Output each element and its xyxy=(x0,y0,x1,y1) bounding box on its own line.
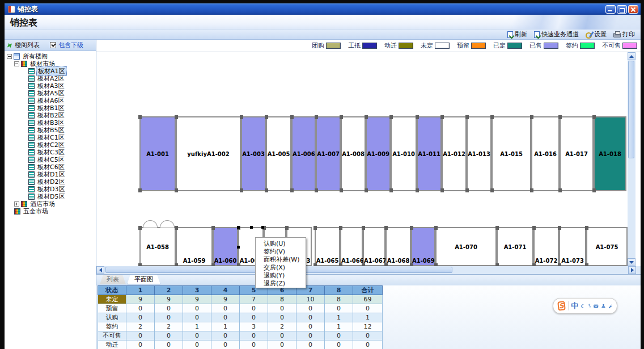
selection-handle[interactable] xyxy=(237,246,240,249)
scroll-down-button[interactable] xyxy=(628,258,635,266)
vertical-scroll-thumb[interactable] xyxy=(628,61,634,158)
ime-settings-wrench-icon[interactable] xyxy=(608,302,612,310)
legend-swatch xyxy=(362,43,377,49)
row-value-cell: 0 xyxy=(268,331,296,340)
title-bar: 销控表 xyxy=(5,3,641,15)
scroll-up-button[interactable] xyxy=(628,52,635,60)
room-label: A1-008 xyxy=(342,151,365,157)
context-menu-item[interactable]: 签约(V) xyxy=(256,247,306,255)
room-A1-015[interactable]: A1-015 xyxy=(492,116,531,191)
room-A1-075[interactable]: A1-075 xyxy=(586,227,628,266)
scroll-right-button[interactable] xyxy=(628,266,636,274)
horizontal-scrollbar[interactable] xyxy=(96,266,641,274)
room-A1-017[interactable]: A1-017 xyxy=(560,116,594,191)
row-value-cell: 10 xyxy=(296,295,325,304)
room-A1-013[interactable]: A1-013 xyxy=(467,116,492,191)
ime-language-toggle[interactable]: 中 xyxy=(571,301,578,311)
room-A1-065[interactable]: A1-065 xyxy=(315,227,340,266)
tree-item[interactable]: 酒店市场 xyxy=(5,200,96,208)
row-value-cell: 0 xyxy=(353,340,383,349)
ime-user-icon[interactable] xyxy=(601,302,605,309)
settings-button[interactable]: 设置 xyxy=(586,30,607,39)
room-A1-009[interactable]: A1-009 xyxy=(366,116,391,191)
room-A1-005[interactable]: A1-005 xyxy=(266,116,291,191)
room-A1-003[interactable]: A1-003 xyxy=(241,116,266,191)
room-A1-006[interactable]: A1-006 xyxy=(291,116,316,191)
room-A1-002[interactable]: yufkiyA1-002 xyxy=(176,116,241,191)
restore-button[interactable] xyxy=(617,5,627,14)
building-icon xyxy=(28,149,35,155)
room-A1-060[interactable]: A1-060 xyxy=(213,227,238,266)
row-value-cell: 0 xyxy=(268,340,296,349)
room-A1-066[interactable]: A1-066 xyxy=(340,227,363,266)
row-status-label[interactable]: 不可售 xyxy=(98,331,126,340)
tree-expander-plus[interactable] xyxy=(14,201,19,207)
row-value-cell: 0 xyxy=(240,331,268,340)
room-A1-018[interactable]: A1-018 xyxy=(594,116,626,191)
scroll-left-button[interactable] xyxy=(96,266,104,274)
selection-handle[interactable] xyxy=(237,226,240,229)
room-label: A1-075 xyxy=(587,243,626,250)
room-A1-067[interactable]: A1-067 xyxy=(363,227,385,266)
tree-expander-minus[interactable] xyxy=(7,54,12,59)
ime-fullhalf-moon-icon[interactable] xyxy=(581,302,585,310)
context-menu-item[interactable]: 认购(U) xyxy=(256,239,306,247)
minimize-button[interactable] xyxy=(605,5,616,14)
legend-label: 签约 xyxy=(566,41,578,50)
room-A1-010[interactable]: A1-010 xyxy=(391,116,417,191)
room-A1-071[interactable]: A1-071 xyxy=(497,227,533,266)
close-button[interactable] xyxy=(628,5,638,14)
room-A1-058[interactable]: A1-058 xyxy=(139,227,176,266)
room-A1-001[interactable]: A1-001 xyxy=(139,116,176,191)
table-row-动迁: 动迁000000000 xyxy=(98,340,383,349)
selection-handle[interactable] xyxy=(250,226,253,229)
context-menu-item[interactable]: 面积补差(W) xyxy=(256,255,306,263)
ime-logo-icon[interactable]: S xyxy=(557,301,565,310)
refresh-button[interactable]: 刷新 xyxy=(507,30,527,39)
room-label: A1-006 xyxy=(293,151,315,157)
row-status-label[interactable]: 预留 xyxy=(98,304,126,313)
tree-expander-minus[interactable] xyxy=(14,61,19,66)
context-menu-item[interactable]: 退购(Y) xyxy=(256,271,306,279)
room-label: A1-069 xyxy=(412,258,434,264)
refresh-tree-icon[interactable] xyxy=(7,43,12,48)
quick-channel-button[interactable]: 快速业务通道 xyxy=(534,30,579,39)
building-icon xyxy=(28,134,35,141)
room-A1-012[interactable]: A1-012 xyxy=(442,116,467,191)
include-sub-checkbox[interactable] xyxy=(50,42,56,48)
room-label: A1-009 xyxy=(367,151,389,157)
tab-inactive[interactable]: 列表 xyxy=(100,275,126,284)
row-value-cell: 0 xyxy=(155,340,183,349)
row-value-cell: 0 xyxy=(211,331,240,340)
print-button[interactable]: 打印 xyxy=(613,30,635,39)
row-status-label[interactable]: 认购 xyxy=(98,313,126,322)
context-menu-item[interactable]: 退房(Z) xyxy=(256,279,306,287)
tree-item[interactable]: 五金市场 xyxy=(5,208,96,215)
ime-punctuation-icon[interactable] xyxy=(588,302,591,309)
room-A1-007[interactable]: A1-007 xyxy=(316,116,341,191)
table-header-col: 4 xyxy=(211,286,240,295)
room-A1-070[interactable]: A1-070 xyxy=(435,227,497,266)
room-A1-011[interactable]: A1-011 xyxy=(417,116,442,191)
selection-handle[interactable] xyxy=(261,226,264,229)
ime-keyboard-icon[interactable] xyxy=(594,303,599,309)
room-A1-069[interactable]: A1-069 xyxy=(411,227,435,266)
room-A1-059[interactable]: A1-059 xyxy=(176,227,213,266)
room-A1-068[interactable]: A1-068 xyxy=(385,227,411,266)
row-value-cell: 1 xyxy=(353,313,383,322)
room-A1-073[interactable]: A1-073 xyxy=(559,227,586,266)
room-label: A1-001 xyxy=(141,151,175,157)
room-A1-016[interactable]: A1-016 xyxy=(531,116,560,191)
room-A1-008[interactable]: A1-008 xyxy=(341,116,366,191)
row-status-label[interactable]: 签约 xyxy=(98,322,126,331)
row-status-label[interactable]: 动迁 xyxy=(98,340,126,349)
tab-active[interactable]: 平面图 xyxy=(127,275,160,284)
table-row-签约: 签约2211320112 xyxy=(98,322,383,331)
row-status-label[interactable]: 未定 xyxy=(98,295,126,304)
row-value-cell: 1 xyxy=(325,322,353,331)
context-menu-item[interactable]: 交房(X) xyxy=(256,263,306,271)
row-value-cell: 2 xyxy=(155,322,183,331)
room-A1-072[interactable]: A1-072 xyxy=(533,227,559,266)
vertical-scrollbar[interactable] xyxy=(628,52,635,266)
room-label: A1-066 xyxy=(341,258,362,264)
